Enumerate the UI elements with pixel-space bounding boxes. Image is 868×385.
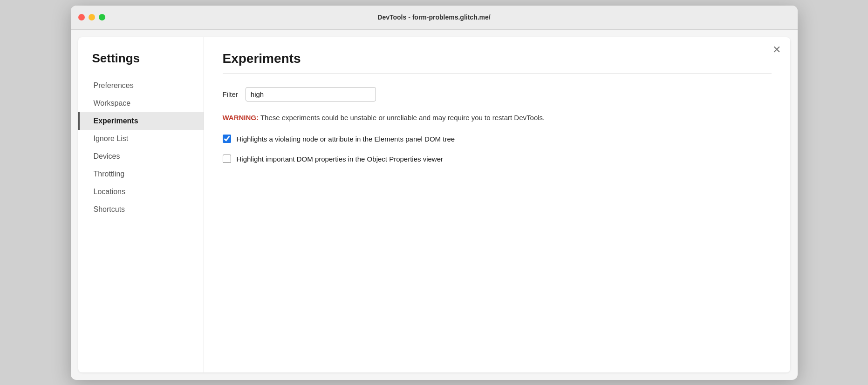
warning-label: WARNING: <box>223 114 259 122</box>
experiment-label-1[interactable]: Highlights a violating node or attribute… <box>237 134 455 145</box>
warning-body: These experiments could be unstable or u… <box>259 114 545 122</box>
sidebar-item-workspace[interactable]: Workspace <box>78 95 204 112</box>
experiment-item-2: Highlight important DOM properties in th… <box>223 154 772 165</box>
maximize-traffic-light[interactable] <box>99 14 105 20</box>
sidebar-item-shortcuts[interactable]: Shortcuts <box>78 201 204 218</box>
experiment-checkbox-1[interactable] <box>223 135 231 143</box>
filter-row: Filter <box>223 87 772 101</box>
main-content: ✕ Experiments Filter WARNING: These expe… <box>204 37 790 372</box>
titlebar: DevTools - form-problems.glitch.me/ <box>71 6 798 30</box>
window-title: DevTools - form-problems.glitch.me/ <box>377 14 490 21</box>
close-button[interactable]: ✕ <box>772 45 781 55</box>
experiment-label-2[interactable]: Highlight important DOM properties in th… <box>237 154 444 165</box>
experiment-checkbox-2[interactable] <box>223 155 231 163</box>
sidebar-item-ignore-list[interactable]: Ignore List <box>78 130 204 148</box>
sidebar-heading: Settings <box>78 51 204 77</box>
window-body: Settings Preferences Workspace Experimen… <box>78 37 790 372</box>
sidebar-item-experiments[interactable]: Experiments <box>78 112 204 130</box>
traffic-lights <box>78 14 105 20</box>
close-traffic-light[interactable] <box>78 14 85 20</box>
filter-label: Filter <box>223 90 238 98</box>
page-title: Experiments <box>223 51 772 66</box>
devtools-window: DevTools - form-problems.glitch.me/ Sett… <box>71 6 798 380</box>
sidebar-item-preferences[interactable]: Preferences <box>78 77 204 95</box>
sidebar-item-locations[interactable]: Locations <box>78 183 204 201</box>
filter-input[interactable] <box>246 87 376 101</box>
sidebar: Settings Preferences Workspace Experimen… <box>78 37 204 372</box>
divider <box>223 74 772 74</box>
warning-text: WARNING: These experiments could be unst… <box>223 113 772 123</box>
sidebar-item-devices[interactable]: Devices <box>78 148 204 165</box>
minimize-traffic-light[interactable] <box>89 14 95 20</box>
sidebar-item-throttling[interactable]: Throttling <box>78 165 204 183</box>
experiment-item-1: Highlights a violating node or attribute… <box>223 134 772 145</box>
